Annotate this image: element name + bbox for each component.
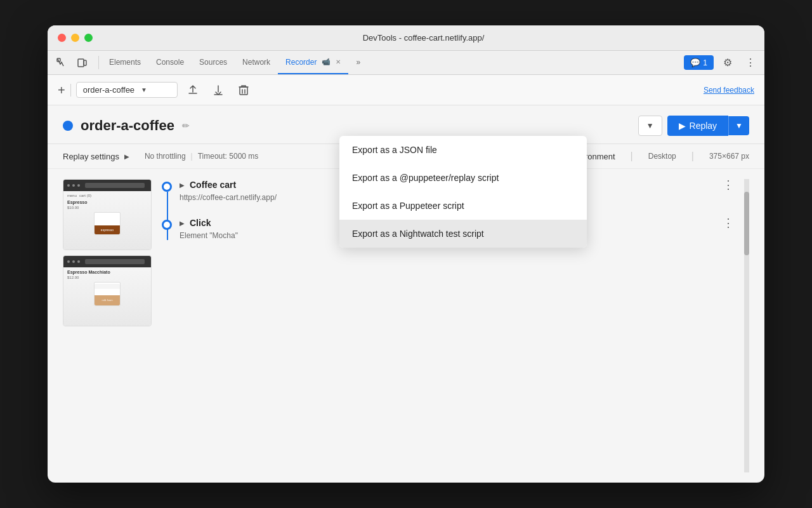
export-json-option[interactable]: Export as a JSON file: [339, 136, 587, 164]
tab-elements[interactable]: Elements: [102, 51, 148, 74]
inspector-icon[interactable]: [53, 54, 70, 72]
replay-mode-selector[interactable]: ▼: [638, 116, 662, 136]
tab-more[interactable]: »: [348, 51, 368, 74]
step-more-button-1[interactable]: ⋮: [723, 179, 734, 190]
device-icon[interactable]: [73, 54, 91, 72]
titlebar: DevTools - coffee-cart.netlify.app/: [48, 25, 764, 51]
settings-expand-icon[interactable]: ▶: [124, 153, 129, 160]
maximize-button[interactable]: [84, 34, 93, 42]
close-button[interactable]: [58, 34, 66, 42]
devtools-nav-icons: [53, 51, 91, 74]
tab-recorder[interactable]: Recorder 📹 ✕: [278, 51, 348, 74]
replay-dropdown-icon: ▼: [735, 121, 743, 130]
recording-status-dot: [63, 121, 73, 131]
step-title-1: Coffee cart: [190, 180, 236, 190]
throttling-value: No throttling: [145, 152, 186, 161]
upload-button[interactable]: [183, 80, 203, 100]
export-puppeteer-replay-option[interactable]: Export as a @puppeteer/replay script: [339, 164, 587, 192]
svg-rect-1: [78, 59, 84, 67]
send-feedback-link[interactable]: Send feedback: [704, 86, 754, 95]
toolbar: + order-a-coffee ▼ Send feedback: [48, 75, 764, 105]
replay-button[interactable]: ▶ Replay: [667, 116, 729, 136]
tab-close-icon[interactable]: ✕: [336, 58, 341, 65]
replay-dropdown-button[interactable]: ▼: [728, 116, 749, 135]
step-more-button-2[interactable]: ⋮: [723, 217, 734, 229]
svg-rect-2: [84, 60, 86, 65]
environment-value: Desktop: [648, 152, 676, 161]
resolution-value: 375×667 px: [709, 152, 749, 161]
more-options-button[interactable]: ⋮: [742, 54, 759, 72]
tab-sources[interactable]: Sources: [192, 51, 235, 74]
toolbar-separator-1: [70, 84, 71, 97]
settings-info: No throttling | Timeout: 5000 ms: [145, 152, 258, 161]
step-expand-icon-1[interactable]: ▶: [180, 182, 185, 189]
add-recording-button[interactable]: +: [58, 84, 65, 97]
timeout-value: Timeout: 5000 ms: [198, 152, 259, 161]
step-title-2: Click: [190, 218, 211, 228]
chat-button[interactable]: 💬 1: [684, 55, 714, 70]
scrollbar-thumb[interactable]: [744, 192, 749, 255]
minimize-button[interactable]: [71, 34, 79, 42]
export-puppeteer-option[interactable]: Export as a Puppeteer script: [339, 192, 587, 220]
content-area: order-a-coffee ✏ ▼ ▶ Replay ▼: [48, 105, 764, 483]
main-panel: order-a-coffee ✏ ▼ ▶ Replay ▼: [48, 105, 764, 483]
replay-group: ▼ ▶ Replay ▼: [638, 116, 749, 136]
preview-screenshot-2: Espresso Macchiato $12.00 milk foam: [63, 255, 152, 326]
scrollbar[interactable]: [744, 179, 749, 472]
export-nightwatch-option[interactable]: Export as a Nightwatch test script: [339, 220, 587, 248]
recording-chevron-icon: ▼: [141, 86, 147, 93]
toolbar-right: Send feedback: [704, 86, 754, 95]
settings-right: Environment | Desktop | 375×667 px: [569, 150, 749, 162]
export-dropdown-menu: Export as a JSON file Export as a @puppe…: [339, 136, 587, 248]
download-button[interactable]: [208, 80, 228, 100]
step-dot-2: [162, 220, 172, 230]
step-expand-icon-2[interactable]: ▶: [180, 220, 185, 227]
tabbar-right: 💬 1 ⚙ ⋮: [684, 51, 759, 74]
delete-button[interactable]: [233, 80, 254, 100]
preview-screenshot-1: menu cart (0) Espresso $10.00 espresso: [63, 179, 152, 250]
tab-console[interactable]: Console: [148, 51, 192, 74]
selected-recording-name: order-a-coffee: [83, 85, 134, 95]
settings-left: Replay settings ▶ No throttling | Timeou…: [63, 152, 258, 161]
preview-panel: menu cart (0) Espresso $10.00 espresso: [63, 179, 152, 472]
play-icon: ▶: [679, 121, 686, 131]
tabbar: Elements Console Sources Network Recorde…: [48, 51, 764, 75]
tab-network[interactable]: Network: [235, 51, 278, 74]
edit-title-icon[interactable]: ✏: [182, 121, 190, 131]
traffic-lights: [58, 34, 93, 42]
recording-selector[interactable]: order-a-coffee ▼: [76, 82, 178, 98]
settings-button[interactable]: ⚙: [719, 54, 737, 72]
step-dot-1: [162, 182, 172, 192]
replay-settings-label[interactable]: Replay settings: [63, 152, 119, 161]
devtools-window: DevTools - coffee-cart.netlify.app/ Elem…: [48, 25, 764, 483]
recording-title: order-a-coffee: [81, 117, 174, 134]
window-title: DevTools - coffee-cart.netlify.app/: [93, 33, 754, 43]
svg-rect-3: [240, 87, 247, 95]
